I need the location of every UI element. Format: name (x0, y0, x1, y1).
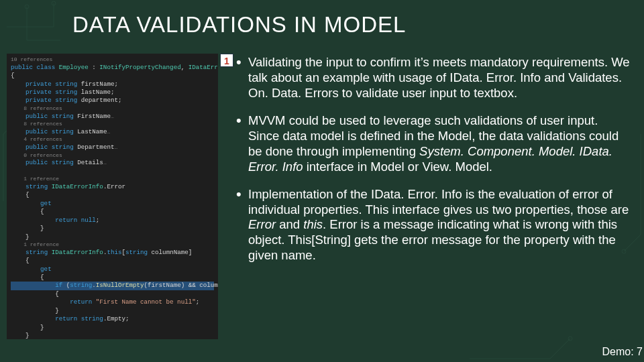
bullet-item: Implementation of the IData. Error. Info… (236, 187, 632, 264)
bullet-text: Validating the input to confirm it’s mee… (248, 55, 630, 100)
svg-point-0 (25, 5, 29, 9)
bullet-item: MVVM could be used to leverage such vali… (236, 113, 632, 175)
bullet-text: Implementation of the IData. Error. Info… (248, 187, 629, 263)
svg-point-1 (52, 1, 56, 5)
bullet-item: Validating the input to confirm it’s mee… (236, 55, 632, 101)
slide-title: DATA VALIDATIONS IN MODEL (72, 12, 406, 38)
bullet-text: MVVM could be used to leverage such vali… (248, 113, 619, 174)
code-screenshot: 10 references public class Employee : IN… (7, 54, 218, 339)
svg-point-4 (568, 337, 572, 341)
callout-badge-1: 1 (220, 54, 233, 67)
bullet-list: Validating the input to confirm it’s mee… (236, 55, 632, 276)
demo-label: Demo: 7 (602, 346, 643, 358)
